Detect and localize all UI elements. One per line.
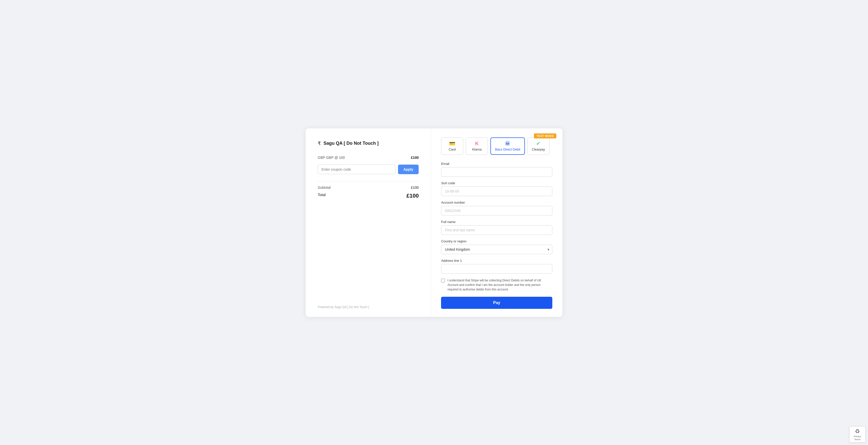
payment-method-klarna[interactable]: K Klarna — [466, 137, 488, 155]
left-panel: ₹ Sagu QA [ Do Not Touch ] GBP GBP @ 100… — [306, 128, 431, 317]
klarna-label: Klarna — [472, 148, 482, 151]
card-label: Card — [448, 148, 456, 151]
country-select-wrapper: United Kingdom United States Canada Aust… — [441, 245, 552, 254]
bacs-label: Bacs Direct Debit — [495, 148, 520, 151]
payment-method-clearpay[interactable]: ✔ Clearpay — [527, 137, 550, 155]
email-input[interactable] — [441, 167, 552, 177]
coupon-row: Apply — [318, 165, 418, 174]
right-panel: TEST MODE 💳 Card K Klarna 🏛 Bacs Direct … — [431, 128, 562, 317]
terms-label[interactable]: Terms — [855, 438, 861, 441]
apply-button[interactable]: Apply — [398, 165, 419, 174]
email-label: Email — [441, 162, 552, 166]
payment-method-bacs[interactable]: 🏛 Bacs Direct Debit — [490, 137, 525, 155]
coupon-input[interactable] — [318, 165, 396, 174]
total-row: Total £100 — [318, 193, 418, 199]
subtotal-label: Subtotal — [318, 186, 331, 190]
email-group: Email — [441, 162, 552, 177]
sort-code-group: Sort code — [441, 181, 552, 196]
sort-code-label: Sort code — [441, 181, 552, 185]
full-name-label: Full name — [441, 220, 552, 224]
subtotal-row: Subtotal £100 — [318, 186, 418, 190]
address-input[interactable] — [441, 264, 552, 274]
total-label: Total — [318, 193, 326, 199]
price-row-amount: £100 — [411, 156, 418, 160]
country-group: Country or region United Kingdom United … — [441, 240, 552, 254]
country-label: Country or region — [441, 240, 552, 243]
rupee-icon: ₹ — [318, 140, 321, 147]
full-name-group: Full name — [441, 220, 552, 235]
merchant-name: Sagu QA [ Do Not Touch ] — [323, 141, 379, 146]
mandate-text: I understand that Stripe will be collect… — [447, 278, 552, 292]
subtotal-amount: £100 — [411, 186, 418, 190]
pay-button[interactable]: Pay — [441, 297, 552, 309]
clearpay-label: Clearpay — [532, 148, 545, 151]
full-name-input[interactable] — [441, 225, 552, 235]
powered-by: Powered by Sagu QA [ Do Not Touch ] — [318, 295, 418, 309]
price-row: GBP GBP @ 100 £100 — [318, 156, 418, 160]
divider — [318, 181, 418, 182]
account-number-group: Account number — [441, 200, 552, 216]
test-mode-badge: TEST MODE — [534, 133, 556, 138]
klarna-icon: K — [475, 141, 478, 146]
address-label: Address line 1 — [441, 259, 552, 262]
clearpay-icon: ✔ — [536, 141, 540, 146]
total-amount: £100 — [406, 193, 418, 199]
price-row-label: GBP GBP @ 100 — [318, 156, 345, 160]
merchant-header: ₹ Sagu QA [ Do Not Touch ] — [318, 140, 418, 147]
account-number-input[interactable] — [441, 206, 552, 216]
bacs-icon: 🏛 — [505, 141, 510, 146]
address-group: Address line 1 — [441, 259, 552, 274]
recaptcha-icon: ♻ — [855, 428, 860, 435]
account-number-label: Account number — [441, 200, 552, 204]
payment-method-card[interactable]: 💳 Card — [441, 137, 463, 155]
sort-code-input[interactable] — [441, 187, 552, 196]
recaptcha-widget: ♻ Privacy Terms — [849, 426, 866, 443]
country-select[interactable]: United Kingdom United States Canada Aust… — [441, 245, 552, 254]
card-icon: 💳 — [449, 141, 456, 146]
mandate-checkbox-row: I understand that Stripe will be collect… — [441, 278, 552, 292]
privacy-label[interactable]: Privacy — [854, 435, 861, 438]
payment-methods: 💳 Card K Klarna 🏛 Bacs Direct Debit ✔ Cl… — [441, 137, 552, 155]
checkout-container: ₹ Sagu QA [ Do Not Touch ] GBP GBP @ 100… — [306, 128, 562, 317]
mandate-checkbox[interactable] — [441, 279, 445, 282]
